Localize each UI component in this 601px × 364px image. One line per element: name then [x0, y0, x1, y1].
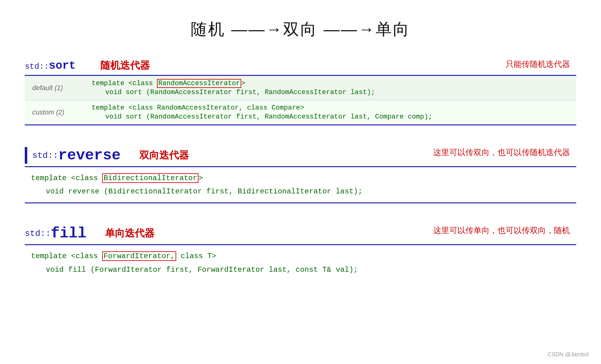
sort-title-group: std::sort	[25, 59, 76, 72]
sort-std-label: std::	[25, 62, 49, 71]
sort-func-name: sort	[49, 59, 76, 72]
fill-code-block: template <class ForwardIterator, class T…	[25, 244, 576, 280]
sort-row-default-label: default (1)	[25, 76, 87, 100]
reverse-code-line1: template <class BidirectionalIterator>	[31, 171, 570, 185]
reverse-std-label: std::	[32, 151, 58, 160]
sort-highlight-1: RandomAccessIterator	[157, 79, 241, 88]
fill-section: std::fill 单向迭代器 这里可以传单向，也可以传双向，随机 templa…	[25, 225, 576, 280]
fill-func-name: fill	[51, 225, 86, 242]
page-container: 随机 ——→双向 ——→单向 std::sort 随机迭代器 只能传随机迭代器 …	[0, 0, 601, 364]
reverse-section: std::reverse 双向迭代器 这里可以传双向，也可以传随机迭代器 tem…	[25, 147, 576, 203]
sort-code-block: default (1) template <class RandomAccess…	[25, 75, 576, 125]
sort-row-custom: custom (2) template <class RandomAccessI…	[25, 100, 576, 124]
fill-code-line2: void fill (ForwardIterator first, Forwar…	[31, 263, 570, 276]
footer: CSDN @Jambol	[548, 351, 589, 358]
sort-row-default-code: template <class RandomAccessIterator> vo…	[87, 76, 576, 100]
sort-iterator-label: 随机迭代器	[100, 59, 150, 72]
sort-custom-line2: void sort (RandomAccessIterator first, R…	[92, 113, 571, 121]
reverse-code-line2: void reverse (BidirectionalIterator firs…	[31, 185, 570, 198]
fill-highlight: ForwardIterator,	[102, 251, 176, 261]
reverse-highlight: BidirectionalIterator	[102, 173, 198, 183]
sort-row-default: default (1) template <class RandomAccess…	[25, 76, 576, 100]
fill-title-group: std::fill	[25, 225, 86, 242]
page-title: 随机 ——→双向 ——→单向	[191, 20, 410, 38]
fill-std-label: std::	[25, 229, 51, 238]
sort-row-custom-code: template <class RandomAccessIterator, cl…	[87, 100, 576, 124]
reverse-iterator-label: 双向迭代器	[139, 149, 189, 162]
fill-iterator-label: 单向迭代器	[105, 227, 155, 240]
reverse-header: std::reverse 双向迭代器 这里可以传双向，也可以传随机迭代器	[25, 147, 576, 164]
fill-code-line1: template <class ForwardIterator, class T…	[31, 249, 570, 263]
sort-row-custom-label: custom (2)	[25, 100, 87, 124]
footer-text: CSDN @Jambol	[548, 351, 589, 358]
sort-custom-line1: template <class RandomAccessIterator, cl…	[92, 104, 571, 112]
reverse-code-block: template <class BidirectionalIterator> v…	[25, 166, 576, 203]
sort-section: std::sort 随机迭代器 只能传随机迭代器 default (1) tem…	[25, 59, 576, 125]
reverse-func-name: reverse	[58, 147, 121, 164]
fill-note-label: 这里可以传单向，也可以传双向，随机	[433, 225, 570, 236]
sort-header: std::sort 随机迭代器 只能传随机迭代器	[25, 59, 576, 72]
sort-code-line1: template <class RandomAccessIterator>	[92, 80, 571, 87]
sort-code-line2: void sort (RandomAccessIterator first, R…	[92, 89, 571, 96]
sort-note-label: 只能传随机迭代器	[506, 59, 570, 70]
fill-header: std::fill 单向迭代器 这里可以传单向，也可以传双向，随机	[25, 225, 576, 242]
reverse-title-group: std::reverse	[25, 147, 121, 164]
title-section: 随机 ——→双向 ——→单向	[25, 19, 576, 40]
reverse-note-label: 这里可以传双向，也可以传随机迭代器	[433, 147, 570, 158]
